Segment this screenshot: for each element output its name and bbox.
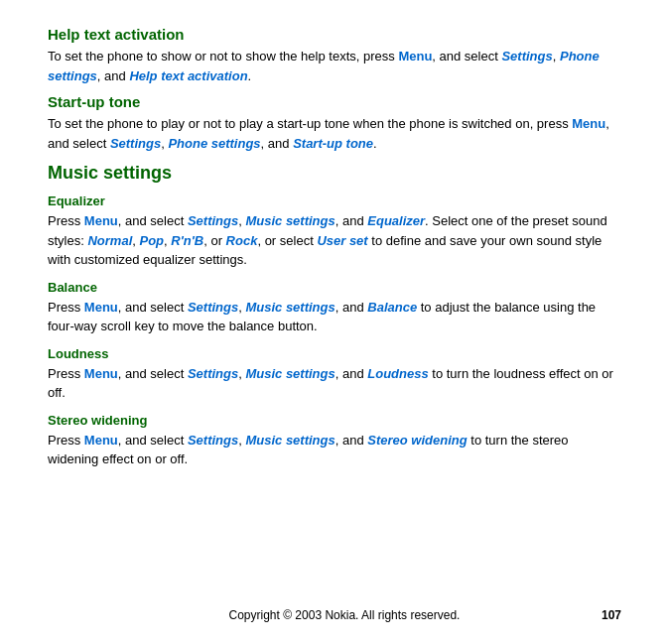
help-activation-link: Help text activation: [129, 68, 247, 83]
subsection-equalizer: Equalizer Press Menu, and select Setting…: [48, 193, 621, 270]
bal-music-settings-link: Music settings: [245, 300, 334, 315]
help-text-heading: Help text activation: [48, 26, 621, 43]
startup-phone-settings-link: Phone settings: [168, 136, 260, 151]
eq-pop-link: Pop: [140, 233, 165, 248]
page-container: Help text activation To set the phone to…: [0, 0, 669, 644]
section-startup-tone: Start-up tone To set the phone to play o…: [48, 93, 621, 153]
stereo-widening-body: Press Menu, and select Settings, Music s…: [48, 431, 621, 469]
startup-menu-link: Menu: [572, 116, 605, 131]
subsection-balance: Balance Press Menu, and select Settings,…: [48, 280, 621, 336]
startup-tone-link: Start-up tone: [293, 136, 373, 151]
section-help-text: Help text activation To set the phone to…: [48, 26, 621, 85]
copyright-text: Copyright © 2003 Nokia. All rights reser…: [87, 608, 602, 622]
loud-settings-link: Settings: [188, 366, 238, 381]
music-settings-heading: Music settings: [48, 163, 621, 184]
content-area: Help text activation To set the phone to…: [48, 18, 621, 598]
balance-body: Press Menu, and select Settings, Music s…: [48, 298, 621, 336]
bal-balance-link: Balance: [367, 300, 417, 315]
bal-menu-link: Menu: [84, 300, 118, 315]
eq-music-settings-link: Music settings: [245, 213, 334, 228]
eq-menu-link: Menu: [84, 213, 118, 228]
eq-rnb-link: R'n'B: [171, 233, 203, 248]
page-footer: Copyright © 2003 Nokia. All rights reser…: [48, 598, 621, 626]
eq-normal-link: Normal: [87, 233, 132, 248]
loudness-body: Press Menu, and select Settings, Music s…: [48, 364, 621, 403]
sw-menu-link: Menu: [84, 433, 118, 448]
startup-settings-link: Settings: [110, 136, 161, 151]
startup-tone-body: To set the phone to play or not to play …: [48, 114, 621, 153]
startup-tone-heading: Start-up tone: [48, 93, 621, 110]
eq-rock-link: Rock: [226, 233, 258, 248]
section-music-settings: Music settings Equalizer Press Menu, and…: [48, 163, 621, 469]
sw-settings-link: Settings: [188, 433, 238, 448]
help-menu-link: Menu: [398, 49, 432, 64]
stereo-widening-heading: Stereo widening: [48, 413, 621, 428]
balance-heading: Balance: [48, 280, 621, 295]
sw-music-settings-link: Music settings: [245, 433, 334, 448]
page-number: 107: [602, 608, 621, 622]
equalizer-heading: Equalizer: [48, 193, 621, 208]
subsection-loudness: Loudness Press Menu, and select Settings…: [48, 346, 621, 403]
bal-settings-link: Settings: [188, 300, 238, 315]
loud-loudness-link: Loudness: [367, 366, 428, 381]
eq-equalizer-link: Equalizer: [367, 213, 425, 228]
loudness-heading: Loudness: [48, 346, 621, 361]
help-settings-link: Settings: [501, 49, 552, 64]
eq-settings-link: Settings: [188, 213, 238, 228]
subsection-stereo-widening: Stereo widening Press Menu, and select S…: [48, 413, 621, 469]
equalizer-body: Press Menu, and select Settings, Music s…: [48, 211, 621, 270]
eq-userset-link: User set: [317, 233, 367, 248]
loud-music-settings-link: Music settings: [245, 366, 334, 381]
help-text-body: To set the phone to show or not to show …: [48, 47, 621, 85]
loud-menu-link: Menu: [84, 366, 118, 381]
sw-stereo-link: Stereo widening: [367, 433, 467, 448]
